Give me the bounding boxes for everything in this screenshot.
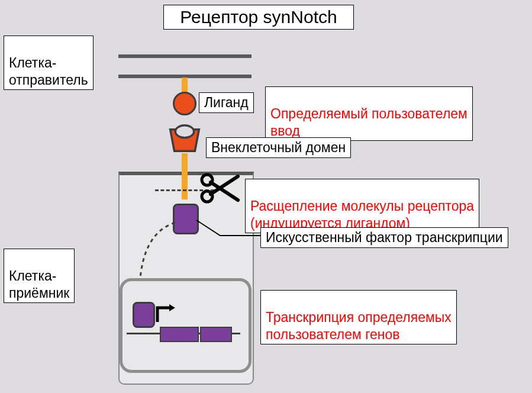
receptor-stalk [182,153,188,199]
transcription-arrow-icon [155,304,175,324]
gene-box-2 [200,327,232,342]
label-ligand: Лиганд [199,92,254,113]
label-tf: Искусственный фактор транскрипции [260,227,508,248]
label-ecd: Внеклеточный домен [206,137,351,158]
connector-tf [196,220,263,238]
tf-bound-icon [133,302,155,328]
svg-point-0 [175,125,194,138]
ligand-icon [173,92,196,115]
label-user-input: Определяемый пользователем ввод [265,86,473,141]
label-cleavage: Расщепление молекулы рецептора (индуциру… [245,179,479,233]
diagram-canvas: Рецептор synNotch Клетка- отправитель Кл… [0,0,532,393]
ecd-cup-icon [167,128,202,152]
title-text: Рецептор synNotch [180,7,337,27]
diagram-title: Рецептор synNotch [163,5,354,30]
scissors-icon [199,172,240,205]
sender-cell [118,54,252,78]
label-sender: Клетка- отправитель [4,36,93,90]
label-transcription: Транскрипция определяемых пользователем … [260,290,457,344]
gene-box-1 [160,327,199,342]
label-receiver: Клетка- приёмник [4,249,75,303]
